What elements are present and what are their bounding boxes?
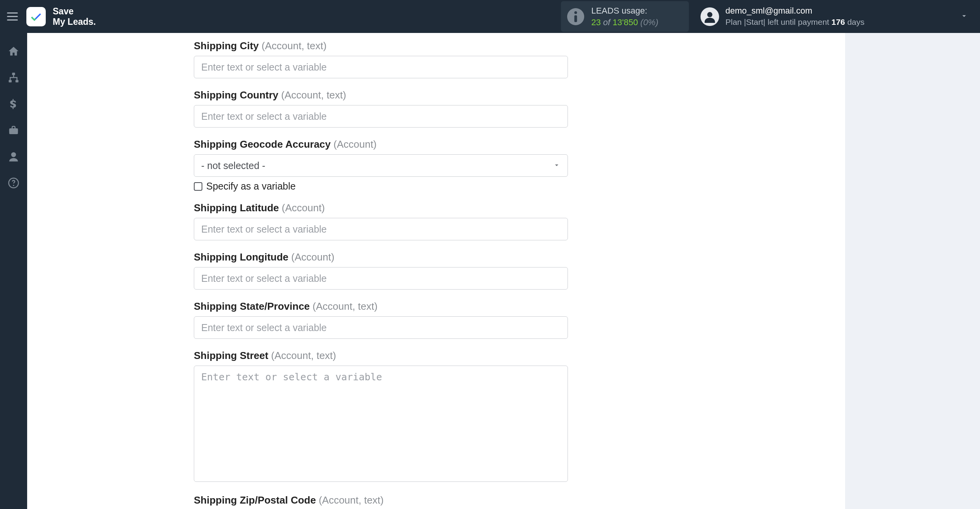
hamburger-menu-button[interactable] [7,10,21,24]
leads-of: of [603,17,610,27]
form-column: Shipping City (Account, text) Shipping C… [194,33,568,509]
app-header: Save My Leads. LEADS usage: 23 of 13'850… [0,0,980,33]
nav-billing-icon[interactable] [7,97,20,110]
svg-rect-5 [16,80,19,82]
svg-rect-7 [9,130,18,131]
check-icon [29,10,43,23]
leads-usage-box[interactable]: LEADS usage: 23 of 13'850 (0%) [561,1,689,32]
leads-pct: (0%) [640,17,658,27]
select-value: - not selected - [201,160,265,171]
svg-point-0 [575,11,577,14]
user-email: demo_sml@gmail.com [725,5,864,17]
leads-total: 13'850 [612,17,638,27]
field-shipping-latitude: Shipping Latitude (Account) [194,202,568,240]
specify-variable-label: Specify as a variable [206,181,296,192]
specify-variable-checkbox[interactable] [194,182,202,191]
user-plan: Plan |Start| left until payment 176 days [725,17,864,28]
brand-name: Save My Leads. [53,6,96,27]
svg-point-10 [13,185,14,186]
brand-line1: Save [53,6,74,16]
svg-rect-4 [9,80,12,82]
field-shipping-state: Shipping State/Province (Account, text) [194,300,568,339]
field-shipping-country: Shipping Country (Account, text) [194,89,568,128]
nav-home-icon[interactable] [7,45,20,58]
shipping-state-input[interactable] [194,316,568,339]
field-shipping-zip: Shipping Zip/Postal Code (Account, text) [194,494,568,509]
leads-used: 23 [591,17,600,27]
svg-rect-1 [575,15,577,22]
leads-usage-text: LEADS usage: 23 of 13'850 (0%) [591,5,658,28]
user-avatar-icon [700,7,719,26]
chevron-down-icon [960,12,968,22]
svg-rect-3 [12,73,15,75]
nav-briefcase-icon[interactable] [7,124,20,137]
field-shipping-geocode: Shipping Geocode Accuracy (Account) - no… [194,138,568,177]
app-logo[interactable] [26,7,46,26]
info-icon [567,8,584,25]
chevron-down-icon [553,160,561,171]
field-shipping-city: Shipping City (Account, text) [194,40,568,78]
specify-variable-row: Specify as a variable [194,181,568,192]
nav-connections-icon[interactable] [7,71,20,84]
field-shipping-street: Shipping Street (Account, text) [194,350,568,483]
shipping-country-input[interactable] [194,105,568,128]
shipping-longitude-input[interactable] [194,267,568,290]
sidebar [0,33,27,509]
nav-help-icon[interactable] [7,176,20,190]
brand-line2: My Leads. [53,17,96,27]
shipping-geocode-select[interactable]: - not selected - [194,154,568,177]
shipping-street-textarea[interactable] [194,366,568,482]
user-text: demo_sml@gmail.com Plan |Start| left unt… [725,5,864,28]
field-shipping-longitude: Shipping Longitude (Account) [194,251,568,290]
main-panel: Shipping City (Account, text) Shipping C… [27,33,845,509]
svg-point-2 [707,12,713,17]
shipping-city-input[interactable] [194,56,568,78]
shipping-latitude-input[interactable] [194,218,568,240]
leads-label: LEADS usage: [591,5,658,17]
user-menu[interactable]: demo_sml@gmail.com Plan |Start| left unt… [700,5,968,28]
nav-account-icon[interactable] [7,150,20,163]
svg-point-8 [11,152,16,157]
